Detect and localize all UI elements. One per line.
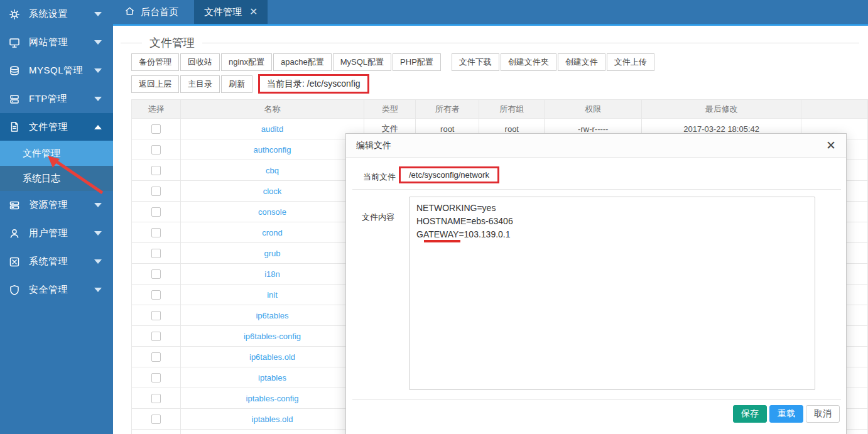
toolbar-button[interactable]: MySQL配置 [333, 53, 391, 71]
chevron-down-icon [94, 203, 102, 207]
close-dialog-icon[interactable]: ✕ [826, 139, 836, 151]
sidebar-item-label: 用户管理 [29, 227, 94, 239]
tab-home[interactable]: 后台首页 [113, 0, 194, 24]
column-header [801, 100, 868, 119]
dialog-divider [352, 189, 841, 190]
toolbar-button[interactable]: 备份管理 [131, 53, 179, 71]
row-checkbox[interactable] [151, 394, 161, 403]
tools-icon [8, 256, 21, 268]
file-content-textarea[interactable]: NETWORKING=yes HOSTNAME=ebs-63406 GATEWA… [409, 197, 815, 390]
column-header: 最后修改 [642, 100, 801, 119]
row-checkbox[interactable] [151, 187, 161, 196]
sidebar: 系统设置网站管理MYSQL管理FTP管理文件管理文件管理系统日志资源管理用户管理… [0, 0, 113, 434]
toolbar-button[interactable]: 回收站 [180, 53, 220, 71]
dialog-footer-divider [352, 399, 841, 400]
sidebar-item-label: 资源管理 [29, 199, 94, 211]
toolbar-button[interactable]: 刷新 [221, 75, 252, 93]
sidebar-item[interactable]: FTP管理 [0, 85, 113, 113]
row-checkbox[interactable] [151, 145, 161, 155]
current-file-label: 当前文件 [363, 171, 396, 183]
toolbar-row1b: 文件下载创建文件夹创建文件文件上传 [452, 53, 656, 71]
file-name-link[interactable]: iptables-config [246, 394, 299, 403]
reload-button[interactable]: 重载 [769, 405, 803, 423]
sidebar-item[interactable]: 安全管理 [0, 276, 113, 304]
file-name-link[interactable]: ip6tables [256, 311, 288, 320]
row-checkbox[interactable] [151, 249, 161, 258]
dialog-title: 编辑文件 [356, 140, 391, 151]
dialog-header: 编辑文件 ✕ [346, 134, 846, 158]
toolbar-button[interactable]: 返回上层 [131, 75, 179, 93]
toolbar-button[interactable]: apache配置 [273, 53, 332, 71]
file-name-link[interactable]: init [267, 290, 278, 300]
tab-file-management[interactable]: 文件管理 ✕ [194, 0, 268, 24]
save-button[interactable]: 保存 [733, 405, 767, 423]
resource-icon [8, 200, 21, 211]
current-directory-badge: 当前目录: /etc/sysconfig [258, 74, 369, 94]
sidebar-item[interactable]: MYSQL管理 [0, 57, 113, 85]
section-divider: 文件管理 [121, 43, 859, 43]
toolbar-top: 备份管理回收站nginx配置apache配置MySQL配置PHP配置 文件下载创… [131, 53, 868, 71]
column-header: 选择 [132, 100, 181, 119]
sidebar-item[interactable]: 系统管理 [0, 247, 113, 276]
chevron-down-icon [94, 231, 102, 236]
current-file-value: /etc/sysconfig/network [399, 166, 499, 183]
file-name-link[interactable]: console [258, 207, 286, 217]
sidebar-item[interactable]: 用户管理 [0, 219, 113, 247]
chevron-down-icon [94, 68, 102, 73]
file-name-link[interactable]: ip6tables-config [244, 332, 301, 341]
row-checkbox[interactable] [151, 352, 161, 362]
row-checkbox[interactable] [151, 207, 161, 217]
file-name-link[interactable]: crond [262, 228, 283, 237]
toolbar-row1: 备份管理回收站nginx配置apache配置MySQL配置PHP配置 [131, 53, 442, 71]
toolbar-row2: 返回上层主目录刷新 [131, 75, 254, 93]
shield-icon [8, 285, 21, 296]
file-name-link[interactable]: grub [264, 249, 280, 258]
dialog-footer: 保存 重载 取消 [733, 405, 840, 423]
sidebar-subitem[interactable]: 文件管理 [0, 141, 113, 166]
toolbar-button[interactable]: 文件下载 [452, 53, 499, 71]
file-name-link[interactable]: cbq [266, 166, 279, 175]
row-checkbox[interactable] [151, 124, 161, 134]
tab-home-label: 后台首页 [141, 6, 178, 18]
row-checkbox[interactable] [151, 373, 161, 382]
chevron-up-icon [94, 125, 102, 129]
sidebar-item[interactable]: 网站管理 [0, 28, 113, 57]
column-header: 权限 [545, 100, 642, 119]
file-name-link[interactable]: i18n [264, 269, 280, 279]
sidebar-item[interactable]: 资源管理 [0, 191, 113, 219]
cancel-button[interactable]: 取消 [806, 405, 840, 423]
chevron-down-icon [94, 259, 102, 264]
gateway-red-underline [424, 240, 460, 242]
file-name-link[interactable]: authconfig [254, 145, 291, 155]
toolbar-button[interactable]: PHP配置 [393, 53, 441, 71]
sidebar-item[interactable]: 文件管理 [0, 113, 113, 141]
row-checkbox[interactable] [151, 332, 161, 341]
close-tab-icon[interactable]: ✕ [249, 7, 258, 17]
file-name-link[interactable]: iptables [258, 373, 286, 382]
home-icon [124, 6, 135, 18]
row-checkbox[interactable] [151, 311, 161, 320]
row-checkbox[interactable] [151, 228, 161, 237]
toolbar-button[interactable]: 主目录 [180, 75, 220, 93]
sidebar-item-label: 系统管理 [29, 256, 94, 268]
row-checkbox[interactable] [151, 269, 161, 279]
file-name-link[interactable]: auditd [261, 124, 283, 134]
toolbar-button[interactable]: nginx配置 [221, 53, 272, 71]
file-name-link[interactable]: iptables.old [252, 415, 293, 424]
file-name-link[interactable]: ip6tables.old [249, 352, 295, 362]
toolbar-button[interactable]: 创建文件夹 [501, 53, 556, 71]
chevron-down-icon [94, 288, 102, 292]
sidebar-item-label: 安全管理 [29, 284, 94, 296]
toolbar-button[interactable]: 文件上传 [607, 53, 654, 71]
sidebar-item-label: 系统设置 [29, 8, 94, 20]
table-header-row: 选择名称类型所有者所有组权限最后修改 [132, 100, 868, 119]
toolbar-button[interactable]: 创建文件 [558, 53, 605, 71]
sidebar-item[interactable]: 系统设置 [0, 0, 113, 28]
row-checkbox[interactable] [151, 290, 161, 300]
row-checkbox[interactable] [151, 415, 161, 424]
row-checkbox[interactable] [151, 166, 161, 175]
sidebar-subitem[interactable]: 系统日志 [0, 166, 113, 191]
column-header: 所有组 [479, 100, 545, 119]
toolbar-nav: 返回上层主目录刷新 当前目录: /etc/sysconfig [131, 74, 868, 94]
file-name-link[interactable]: clock [263, 187, 282, 196]
